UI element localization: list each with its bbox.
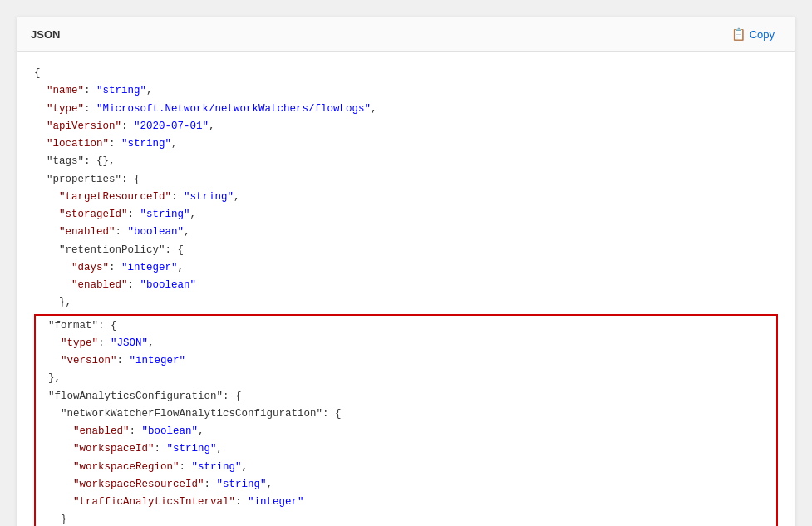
code-line-highlighted: "format": { xyxy=(36,317,776,335)
code-line: "properties": { xyxy=(34,171,778,189)
code-line-highlighted: "trafficAnalyticsInterval": "integer" xyxy=(36,494,776,511)
main-card: JSON 📋 Copy { "name": "string", "type": … xyxy=(17,17,795,526)
code-line: "tags": {}, xyxy=(34,153,778,170)
code-line: "enabled": "boolean" xyxy=(34,277,778,294)
copy-button[interactable]: 📋 Copy xyxy=(725,24,781,44)
code-line-highlighted: } xyxy=(36,511,776,526)
code-line: "retentionPolicy": { xyxy=(34,242,778,259)
header-title: JSON xyxy=(31,28,60,41)
code-line: "name": "string", xyxy=(34,82,778,100)
code-block: { "name": "string", "type": "Microsoft.N… xyxy=(17,52,795,526)
code-line: "enabled": "boolean", xyxy=(34,224,778,241)
code-line: "type": "Microsoft.Network/networkWatche… xyxy=(34,101,778,118)
code-line-highlighted: "enabled": "boolean", xyxy=(36,423,776,440)
code-line: "storageId": "string", xyxy=(34,206,778,224)
code-line-highlighted: "workspaceRegion": "string", xyxy=(36,459,776,476)
code-line-highlighted: "networkWatcherFlowAnalyticsConfiguratio… xyxy=(36,406,776,423)
highlighted-section: "format": { "type": "JSON", "version": "… xyxy=(34,314,778,527)
copy-icon: 📋 xyxy=(731,27,746,41)
copy-label: Copy xyxy=(750,28,775,41)
code-line-highlighted: "type": "JSON", xyxy=(36,335,776,352)
code-line: "apiVersion": "2020-07-01", xyxy=(34,118,778,135)
code-line-highlighted: "flowAnalyticsConfiguration": { xyxy=(36,388,776,406)
code-line: "days": "integer", xyxy=(34,259,778,277)
code-line-highlighted: }, xyxy=(36,370,776,387)
code-line: "targetResourceId": "string", xyxy=(34,189,778,206)
card-header: JSON 📋 Copy xyxy=(17,17,795,52)
code-line-highlighted: "workspaceId": "string", xyxy=(36,440,776,458)
code-line: { xyxy=(34,65,778,82)
code-line-highlighted: "version": "integer" xyxy=(36,352,776,370)
code-line: "location": "string", xyxy=(34,135,778,153)
code-line: }, xyxy=(34,294,778,312)
code-line-highlighted: "workspaceResourceId": "string", xyxy=(36,476,776,494)
